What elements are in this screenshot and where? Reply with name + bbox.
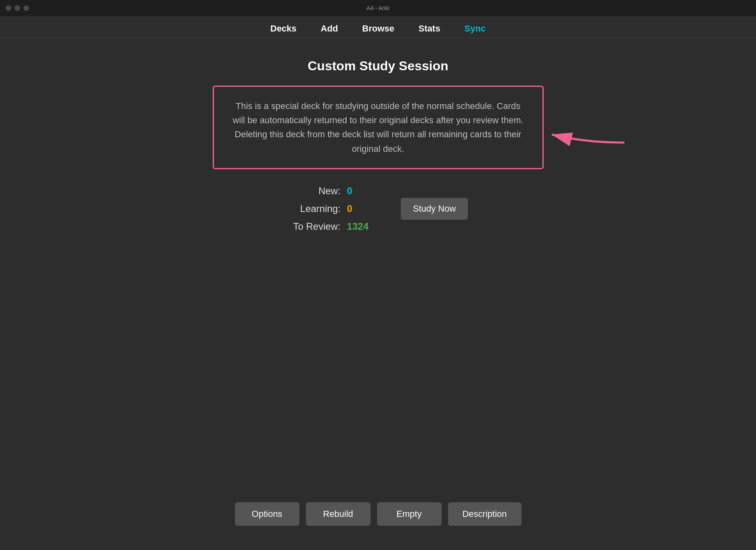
close-button[interactable] [6,5,11,11]
learning-value: 0 [347,203,352,214]
traffic-lights [6,5,29,11]
stat-learning: Learning: 0 [288,203,369,214]
nav-sync[interactable]: Sync [465,23,486,34]
window-title: AA - Anki [366,5,390,11]
main-content: Custom Study Session This is a special d… [0,38,756,232]
title-bar: AA - Anki [0,0,756,16]
study-now-button[interactable]: Study Now [401,198,468,220]
maximize-button[interactable] [23,5,29,11]
nav-add[interactable]: Add [321,23,338,34]
empty-button[interactable]: Empty [377,502,441,526]
learning-label: Learning: [288,203,341,214]
info-text: This is a special deck for studying outs… [230,99,526,156]
page-title: Custom Study Session [308,59,448,73]
rebuild-button[interactable]: Rebuild [306,502,370,526]
nav-browse[interactable]: Browse [362,23,394,34]
review-label: To Review: [288,221,341,232]
stats-list: New: 0 Learning: 0 To Review: 1324 [288,185,369,232]
stats-section: New: 0 Learning: 0 To Review: 1324 Study… [288,185,468,232]
new-value: 0 [347,185,352,197]
bottom-buttons: Options Rebuild Empty Description [235,502,521,526]
review-value: 1324 [347,221,369,232]
stat-review: To Review: 1324 [288,221,369,232]
new-label: New: [288,185,341,197]
minimize-button[interactable] [15,5,20,11]
options-button[interactable]: Options [235,502,299,526]
annotation-arrow [544,110,632,160]
description-button[interactable]: Description [448,502,521,526]
info-box: This is a special deck for studying outs… [213,86,544,169]
nav-decks[interactable]: Decks [270,23,297,34]
nav-stats[interactable]: Stats [419,23,440,34]
nav-bar: Decks Add Browse Stats Sync [0,16,756,38]
stat-new: New: 0 [288,185,369,197]
